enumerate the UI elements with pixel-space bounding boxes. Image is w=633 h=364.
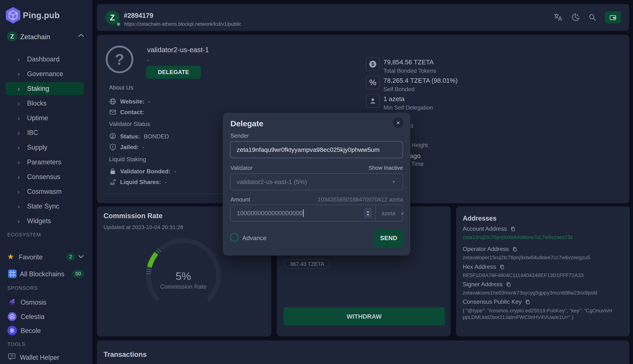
liquid-staking-heading: Liquid Staking (109, 156, 146, 163)
chevron-right-icon: › (18, 159, 20, 165)
reward-balance-badge[interactable]: 367.43 TZETA (284, 259, 330, 269)
favorite-count-badge: 2 (66, 253, 75, 261)
operator-address-item: Operator Address zetavaloper15ruj2tc76pn… (463, 246, 624, 260)
liquid-shares-icon (109, 178, 116, 186)
block-height: #2894179 (124, 12, 153, 20)
copy-icon[interactable] (512, 246, 517, 252)
sidebar-item-dashboard[interactable]: ›Dashboard (0, 52, 93, 66)
brand-title: Ping.pub (23, 10, 60, 20)
amount-input[interactable]: 1000000000000000000 (237, 210, 303, 217)
stat-label: Self Bonded (383, 86, 414, 93)
lock-icon (109, 168, 116, 175)
denom-select[interactable]: azeta (381, 210, 395, 217)
becole-logo-icon: B (7, 326, 17, 335)
liquid-shares-row: Liquid Shares: - (109, 178, 167, 186)
chevron-right-icon: › (18, 71, 20, 77)
copy-icon[interactable] (525, 299, 530, 304)
sender-input[interactable]: zeta19nfaqu9wr0fktyyampva98ec025kjy0phww… (230, 141, 403, 158)
sponsors-heading: SPONSORS (7, 285, 38, 291)
status-row: Status: BONDED (109, 133, 169, 140)
sidebar-item-parameters[interactable]: ›Parameters (0, 155, 93, 170)
transactions-title: Transactions (104, 350, 147, 358)
validator-bonded-row: Validator Bonded: - (109, 168, 176, 175)
chevron-right-icon: › (18, 188, 20, 195)
copy-icon[interactable] (499, 264, 505, 270)
sidebar-item-staking[interactable]: ›Staking (0, 81, 93, 96)
envelope-icon (109, 108, 116, 116)
website-row: Website: - (109, 98, 150, 105)
shield-alert-icon (109, 144, 116, 151)
sidebar-item-supply[interactable]: ›Supply (0, 140, 93, 155)
annual-profit-label-fragment: it (410, 123, 413, 130)
sidebar-item-ibc[interactable]: ›IBC (0, 126, 93, 140)
unbonding-time-label-fragment: Time (411, 161, 424, 167)
signer-address-item: Signer Address zetavalcons1he03mxnk73syc… (463, 281, 624, 296)
chain-logo-icon[interactable]: Z (105, 11, 119, 25)
jailed-row: Jailed: - (109, 144, 144, 151)
sidebar-item-favorite[interactable]: ★ Favorite 2 (0, 250, 93, 264)
sponsor-celestia[interactable]: Celestia (0, 310, 93, 323)
chain-selector[interactable]: Z Zetachain (0, 31, 93, 43)
send-button[interactable]: SEND (374, 229, 403, 247)
stat-value: 78,265.4 TZETA (98.01%) (383, 77, 457, 84)
copy-icon[interactable] (506, 282, 511, 287)
consensus-pubkey-value: { "@type": "/cosmos.crypto.ed25519.PubKe… (463, 308, 613, 321)
addresses-card: Addresses Account Address zeta15ruj2tc76… (456, 206, 630, 336)
consensus-pubkey-item: Consensus Public Key { "@type": "/cosmos… (463, 298, 613, 321)
chevron-right-icon: › (18, 115, 20, 121)
text-cursor (303, 209, 304, 217)
sidebar-item-cosmwasm[interactable]: ›Cosmwasm (0, 184, 93, 199)
delegate-button[interactable]: DELEGATE (146, 66, 201, 79)
sidebar-item-blocks[interactable]: ›Blocks (0, 96, 93, 111)
account-address-item: Account Address zeta15ruj2tc76pnj9xtw64u… (463, 226, 624, 240)
osmosis-logo-icon (7, 298, 17, 307)
stat-label: Total Bonded Tokens (383, 68, 436, 74)
sidebar-item-all-blockchains[interactable]: All Blockchains 50 (0, 267, 93, 281)
advance-checkbox[interactable] (230, 233, 239, 242)
account-address-value[interactable]: zeta15ruj2tc76pnj9xtw64utktee7cc7w6vzaes… (463, 234, 624, 240)
sidebar-item-uptime[interactable]: ›Uptime (0, 111, 93, 126)
copy-icon[interactable] (510, 226, 515, 232)
sidebar-item-state-sync[interactable]: ›State Sync (0, 199, 93, 214)
pingpub-logo-icon (5, 6, 21, 24)
commission-updated: Updated at 2023-10-04 20:31:28 (104, 224, 183, 230)
gauge-center-label: Commission Rate (142, 283, 225, 290)
close-icon[interactable]: × (393, 117, 403, 128)
validator-identity: - (147, 56, 149, 64)
contact-row: Contact: (109, 108, 144, 116)
show-inactive-toggle[interactable]: Show Inactive (230, 165, 403, 171)
sponsor-becole[interactable]: B Becole (0, 324, 93, 337)
sponsor-osmosis[interactable]: Osmosis (0, 296, 93, 309)
sidebar-item-governance[interactable]: ›Governance (0, 66, 93, 81)
sender-label: Sender (230, 132, 249, 139)
validator-select[interactable]: validator2-us-east-1 (5%) ▼ (230, 173, 403, 190)
wallet-button[interactable] (605, 12, 621, 24)
chain-name: Zetachain (20, 33, 50, 41)
star-icon: ★ (7, 252, 14, 261)
sidebar-item-wallet-helper[interactable]: ?! Wallet Helper (0, 351, 93, 364)
unbonding-value-fragment: ago (410, 152, 420, 160)
dollar-circle-icon: $ (366, 57, 380, 71)
translate-icon[interactable] (553, 13, 563, 22)
input-divider (376, 205, 376, 221)
unbonding-height-label-fragment: Height (411, 142, 428, 148)
search-icon[interactable] (588, 13, 597, 22)
svg-text:?!: ?! (10, 354, 14, 358)
status-badge-icon (109, 133, 116, 140)
chevron-right-icon: › (18, 203, 20, 210)
tools-heading: TOOLS (7, 342, 26, 347)
transactions-card: Transactions (97, 340, 629, 364)
delegate-modal: Delegate × Sender zeta19nfaqu9wr0fktyyam… (223, 113, 410, 256)
number-spinner[interactable]: ▲ ▼ (364, 208, 372, 218)
stat-value: 1 azeta (383, 95, 405, 102)
available-amount: 1034355650188470070412 azeta (230, 196, 403, 203)
hex-address-item: Hex Address BE5F1D9A76F4604C1114404248EF… (463, 264, 624, 278)
status-dot-icon (117, 22, 120, 26)
withdraw-button[interactable]: WITHDRAW (283, 308, 445, 326)
sidebar-item-consensus[interactable]: ›Consensus (0, 170, 93, 184)
modal-title: Delegate (230, 119, 263, 128)
globe-icon (109, 98, 116, 105)
sidebar-item-widgets[interactable]: ›Widgets (0, 214, 93, 228)
dark-mode-moon-icon[interactable] (571, 13, 580, 22)
chevron-down-icon: ▼ (392, 180, 396, 184)
